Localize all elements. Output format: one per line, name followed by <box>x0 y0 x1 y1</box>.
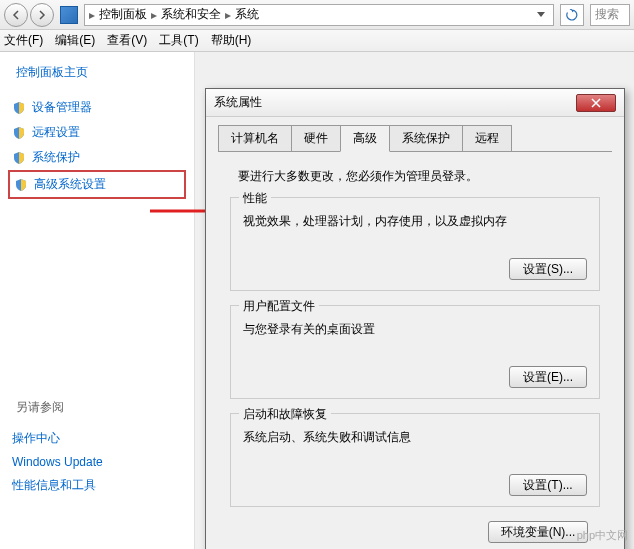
admin-note: 要进行大多数更改，您必须作为管理员登录。 <box>230 168 600 185</box>
back-button[interactable] <box>4 3 28 27</box>
crumb-system-security[interactable]: 系统和安全 <box>159 6 223 23</box>
sidebar-item-perf-info[interactable]: 性能信息和工具 <box>8 473 186 498</box>
system-icon <box>60 6 78 24</box>
refresh-button[interactable] <box>560 4 584 26</box>
shield-icon <box>14 178 28 192</box>
sidebar-title[interactable]: 控制面板主页 <box>8 64 186 81</box>
watermark: php中文网 <box>577 528 628 543</box>
section-title: 用户配置文件 <box>239 298 319 315</box>
chevron-right-icon: ▸ <box>89 8 95 22</box>
section-performance: 性能 视觉效果，处理器计划，内存使用，以及虚拟内存 设置(S)... <box>230 197 600 291</box>
forward-icon <box>37 10 47 20</box>
see-also-label: 另请参阅 <box>8 399 186 416</box>
search-input[interactable]: 搜索 <box>590 4 630 26</box>
sidebar-item-label: 设备管理器 <box>32 99 92 116</box>
env-variables-button[interactable]: 环境变量(N)... <box>488 521 588 543</box>
sidebar-item-label: 性能信息和工具 <box>12 477 96 494</box>
crumb-control-panel[interactable]: 控制面板 <box>97 6 149 23</box>
sidebar-item-windows-update[interactable]: Windows Update <box>8 451 186 473</box>
forward-button[interactable] <box>30 3 54 27</box>
menu-file[interactable]: 文件(F) <box>4 32 43 49</box>
section-title: 启动和故障恢复 <box>239 406 331 423</box>
section-desc: 与您登录有关的桌面设置 <box>243 321 587 338</box>
tab-hardware[interactable]: 硬件 <box>291 125 341 151</box>
tab-remote[interactable]: 远程 <box>462 125 512 151</box>
sidebar-item-label: 远程设置 <box>32 124 80 141</box>
dialog-content: 要进行大多数更改，您必须作为管理员登录。 性能 视觉效果，处理器计划，内存使用，… <box>218 160 612 549</box>
section-startup: 启动和故障恢复 系统启动、系统失败和调试信息 设置(T)... <box>230 413 600 507</box>
sidebar-item-label: 高级系统设置 <box>34 176 106 193</box>
section-desc: 系统启动、系统失败和调试信息 <box>243 429 587 446</box>
profile-settings-button[interactable]: 设置(E)... <box>509 366 587 388</box>
chevron-down-icon <box>537 12 545 18</box>
search-placeholder: 搜索 <box>595 6 619 23</box>
sidebar-item-action-center[interactable]: 操作中心 <box>8 426 186 451</box>
menu-tools[interactable]: 工具(T) <box>159 32 198 49</box>
section-desc: 视觉效果，处理器计划，内存使用，以及虚拟内存 <box>243 213 587 230</box>
tab-advanced[interactable]: 高级 <box>340 125 390 152</box>
sidebar-item-device-manager[interactable]: 设备管理器 <box>8 95 186 120</box>
tab-computer-name[interactable]: 计算机名 <box>218 125 292 151</box>
close-icon <box>591 98 601 108</box>
dialog-titlebar[interactable]: 系统属性 <box>206 89 624 117</box>
sidebar-item-label: 系统保护 <box>32 149 80 166</box>
menu-edit[interactable]: 编辑(E) <box>55 32 95 49</box>
startup-settings-button[interactable]: 设置(T)... <box>509 474 587 496</box>
shield-icon <box>12 101 26 115</box>
section-title: 性能 <box>239 190 271 207</box>
breadcrumb-dropdown[interactable] <box>533 5 549 25</box>
menu-bar: 文件(F) 编辑(E) 查看(V) 工具(T) 帮助(H) <box>0 30 634 52</box>
system-properties-dialog: 系统属性 计算机名 硬件 高级 系统保护 远程 要进行大多数更改，您必须作为管理… <box>205 88 625 549</box>
navigation-bar: ▸ 控制面板 ▸ 系统和安全 ▸ 系统 搜索 <box>0 0 634 30</box>
shield-icon <box>12 126 26 140</box>
refresh-icon <box>566 9 578 21</box>
crumb-system[interactable]: 系统 <box>233 6 261 23</box>
chevron-right-icon: ▸ <box>151 8 157 22</box>
back-icon <box>11 10 21 20</box>
menu-view[interactable]: 查看(V) <box>107 32 147 49</box>
chevron-right-icon: ▸ <box>225 8 231 22</box>
tab-protection[interactable]: 系统保护 <box>389 125 463 151</box>
menu-help[interactable]: 帮助(H) <box>211 32 252 49</box>
sidebar-footer: 另请参阅 操作中心 Windows Update 性能信息和工具 <box>8 399 186 498</box>
shield-icon <box>12 151 26 165</box>
section-profile: 用户配置文件 与您登录有关的桌面设置 设置(E)... <box>230 305 600 399</box>
sidebar-item-protection[interactable]: 系统保护 <box>8 145 186 170</box>
sidebar-item-label: Windows Update <box>12 455 103 469</box>
sidebar: 控制面板主页 设备管理器 远程设置 系统保护 高级系统设置 另请参阅 操作中心 … <box>0 52 195 549</box>
sidebar-item-advanced[interactable]: 高级系统设置 <box>8 170 186 199</box>
perf-settings-button[interactable]: 设置(S)... <box>509 258 587 280</box>
sidebar-item-remote[interactable]: 远程设置 <box>8 120 186 145</box>
dialog-body: 计算机名 硬件 高级 系统保护 远程 要进行大多数更改，您必须作为管理员登录。 … <box>206 117 624 549</box>
breadcrumb[interactable]: ▸ 控制面板 ▸ 系统和安全 ▸ 系统 <box>84 4 554 26</box>
dialog-title-text: 系统属性 <box>214 94 262 111</box>
close-button[interactable] <box>576 94 616 112</box>
sidebar-item-label: 操作中心 <box>12 430 60 447</box>
tab-strip: 计算机名 硬件 高级 系统保护 远程 <box>218 125 612 152</box>
